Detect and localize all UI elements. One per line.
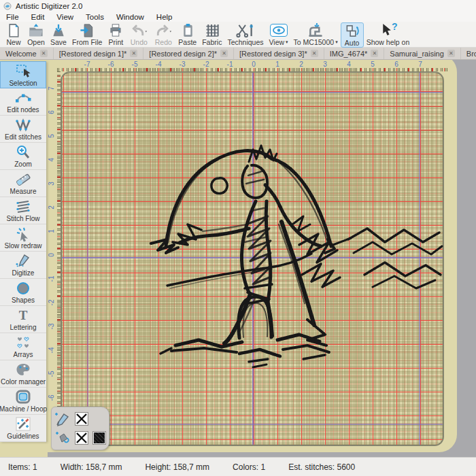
workspace: -7 -6 -5 -4 -3 -2 -1 0 1 2 3 4 5 6 7 7 6… xyxy=(0,60,476,457)
techniques-button[interactable]: Techniques xyxy=(224,22,266,46)
paste-button[interactable]: Paste xyxy=(175,22,199,46)
auto-sequence-icon xyxy=(344,23,360,39)
ruler-ticks xyxy=(57,71,61,446)
tab-browser[interactable]: Browser✕ xyxy=(461,48,476,59)
paste-icon xyxy=(180,22,196,38)
ruler-mark: -4 xyxy=(48,345,57,355)
save-icon xyxy=(50,22,67,38)
techniques-icon xyxy=(235,22,256,38)
import-file-icon xyxy=(79,22,95,38)
statusbar: Items: 1 Width: 158,7 mm Height: 158,7 m… xyxy=(0,457,476,476)
new-button[interactable]: New xyxy=(3,22,24,46)
ruler-mark: -2 xyxy=(201,61,211,68)
ruler-mark: 6 xyxy=(48,107,57,117)
close-icon[interactable]: ✕ xyxy=(447,50,455,57)
open-button[interactable]: Open xyxy=(24,22,48,46)
sidebar-item-stitch-flow[interactable]: Stitch Flow xyxy=(0,197,46,224)
close-icon[interactable]: ✕ xyxy=(40,50,48,57)
fabric-button[interactable]: Fabric xyxy=(199,22,224,46)
hoop-boundary-bottom xyxy=(62,424,443,425)
sidebar-item-lettering[interactable]: T Lettering xyxy=(0,306,46,333)
fill-color-none-swatch[interactable] xyxy=(75,431,88,445)
ruler-vertical[interactable]: 7 6 5 4 3 2 1 0 -1 -2 -3 -4 -5 -6 xyxy=(48,71,61,449)
sewing-machine-icon xyxy=(306,22,325,38)
ruler-mark: -6 xyxy=(48,393,57,403)
to-machine-button[interactable]: To MC15000▾ xyxy=(291,22,341,46)
ruler-mark: 6 xyxy=(392,61,401,68)
auto-button[interactable]: Auto xyxy=(341,22,364,48)
menu-tools[interactable]: Tools xyxy=(80,13,110,21)
pen-color-none-swatch[interactable] xyxy=(75,412,88,426)
tab-restored-design-2[interactable]: [Restored design 2]*✕ xyxy=(143,48,234,59)
close-icon[interactable]: ✕ xyxy=(130,50,137,57)
menu-help[interactable]: Help xyxy=(150,13,179,21)
view-button[interactable]: View▾ xyxy=(267,22,291,46)
sidebar-item-edit-nodes[interactable]: Edit nodes xyxy=(0,88,46,116)
ruler-horizontal[interactable]: -7 -6 -5 -4 -3 -2 -1 0 1 2 3 4 5 6 7 xyxy=(48,60,456,71)
toolbar: New Open Save From File Print Undo Redo … xyxy=(0,22,476,48)
status-est-stitches: Est. stitches: 5600 xyxy=(288,462,355,472)
menu-file[interactable]: File xyxy=(0,13,25,21)
ruler-mark: 2 xyxy=(48,203,57,212)
redo-button[interactable]: Redo xyxy=(151,22,175,46)
close-icon[interactable]: ✕ xyxy=(220,50,228,57)
chevron-down-icon: ▾ xyxy=(286,38,288,46)
sidebar-item-arrays[interactable]: Arrays xyxy=(0,333,46,360)
ruler-mark: -6 xyxy=(106,61,116,68)
tab-restored-design-3[interactable]: [Restored design 3]*✕ xyxy=(234,48,324,59)
save-button[interactable]: Save xyxy=(48,22,69,46)
stitch-flow-icon xyxy=(14,199,32,215)
print-button[interactable]: Print xyxy=(105,22,126,46)
selection-icon xyxy=(14,63,32,80)
sidebar-item-machine-hoop[interactable]: Machine / Hoop xyxy=(0,388,46,415)
svg-text:T: T xyxy=(19,308,28,322)
sidebar-item-slow-redraw[interactable]: Slow redraw xyxy=(0,224,46,252)
sidebar-item-digitize[interactable]: Digitize xyxy=(0,252,46,279)
zoom-icon xyxy=(14,144,32,160)
fill-color-black-swatch[interactable] xyxy=(92,431,106,445)
sidebar-item-color-manager[interactable]: Color manager xyxy=(0,360,46,388)
sidebar-item-selection[interactable]: Selection xyxy=(0,61,46,88)
arrays-icon xyxy=(14,335,32,351)
lettering-icon: T xyxy=(14,307,32,324)
edit-stitches-icon xyxy=(14,117,32,133)
status-width: Width: 158,7 mm xyxy=(61,462,122,472)
menu-window[interactable]: Window xyxy=(110,13,150,21)
grid-axis-horizontal xyxy=(62,257,443,258)
pen-color-row xyxy=(54,411,106,427)
ruler-mark: 5 xyxy=(368,61,377,68)
sidebar-item-edit-stitches[interactable]: Edit stitches xyxy=(0,116,46,143)
menu-view[interactable]: View xyxy=(50,13,80,21)
grid-axis-vertical xyxy=(252,73,254,445)
from-file-button[interactable]: From File xyxy=(69,22,105,46)
ruler-mark: 4 xyxy=(344,61,354,68)
sidebar-item-measure[interactable]: Measure xyxy=(0,170,46,197)
print-icon xyxy=(107,22,124,38)
ruler-mark: 3 xyxy=(320,61,330,68)
machine-hoop-icon xyxy=(14,389,32,405)
sidebar-item-guidelines[interactable]: Guidelines xyxy=(0,415,46,442)
tab-img-4674[interactable]: IMG_4674*✕ xyxy=(324,48,385,59)
tab-restored-design-1[interactable]: [Restored design 1]*✕ xyxy=(54,48,144,59)
status-items-count: Items: 1 xyxy=(8,462,37,472)
tab-samurai-raising[interactable]: Samurai_raising✕ xyxy=(384,48,460,59)
app-logo-icon xyxy=(3,2,12,10)
undo-button[interactable]: Undo xyxy=(126,22,151,46)
close-icon[interactable]: ✕ xyxy=(311,50,318,57)
color-manager-icon xyxy=(14,362,32,378)
slow-redraw-icon xyxy=(14,226,32,242)
design-canvas[interactable]: -7 -6 -5 -4 -3 -2 -1 0 1 2 3 4 5 6 7 7 6… xyxy=(48,60,476,457)
menu-edit[interactable]: Edit xyxy=(25,13,51,21)
ruler-mark: -7 xyxy=(82,61,92,68)
hoop-boundary-top xyxy=(62,92,443,93)
close-icon[interactable]: ✕ xyxy=(371,50,378,57)
ruler-mark: -3 xyxy=(48,322,57,331)
ruler-mark: 1 xyxy=(48,226,57,236)
shapes-icon xyxy=(14,280,32,296)
show-help-button[interactable]: ? Show help on xyxy=(364,22,413,46)
tab-welcome[interactable]: Welcome✕ xyxy=(0,48,54,59)
ruler-mark: 7 xyxy=(415,61,425,68)
fabric-icon xyxy=(204,22,220,38)
sidebar-item-shapes[interactable]: Shapes xyxy=(0,279,46,306)
sidebar-item-zoom[interactable]: Zoom xyxy=(0,143,46,170)
